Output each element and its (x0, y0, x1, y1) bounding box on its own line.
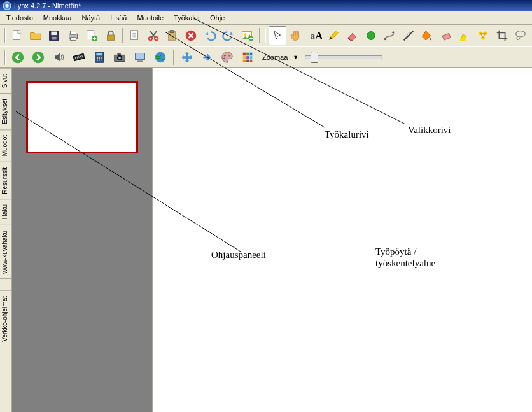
menu-muotoile[interactable]: Muotoile (132, 13, 169, 23)
svg-point-1 (5, 4, 8, 7)
move-button[interactable] (177, 48, 196, 67)
main-area: Sivut Esitykset Muodot Resurssit Haku ww… (0, 68, 532, 412)
svg-rect-58 (246, 56, 249, 59)
zoom-minus: ▼ (293, 54, 298, 60)
svg-point-36 (97, 57, 98, 59)
palette-button[interactable] (218, 48, 237, 67)
control-panel (12, 68, 153, 412)
label-tyokalurivi: Työkalurivi (325, 129, 369, 140)
connector-button[interactable] (381, 26, 398, 45)
svg-rect-47 (138, 60, 142, 61)
tab-esitykset[interactable]: Esitykset (0, 93, 11, 129)
zoom-thumb[interactable] (311, 52, 318, 63)
highlight-button[interactable] (456, 26, 473, 45)
toolbar-grip (4, 28, 5, 43)
svg-point-38 (101, 57, 102, 59)
ruler-button[interactable] (69, 48, 88, 67)
app-icon (3, 1, 11, 10)
open-folder-button[interactable] (27, 26, 44, 45)
arrow-button[interactable] (197, 48, 216, 67)
svg-rect-8 (70, 38, 76, 41)
menu-tiedosto[interactable]: Tiedosto (1, 13, 38, 23)
toolbar-1: aA (0, 25, 532, 46)
tab-haku[interactable]: Haku (0, 199, 11, 224)
svg-rect-2 (13, 31, 20, 40)
label-tyopoyda2: työskentelyalue (375, 258, 435, 269)
window-title: Lynx 4.2.7 - Nimetön* (14, 2, 81, 10)
document-button[interactable] (126, 26, 143, 45)
menu-lisaa[interactable]: Lisää (105, 13, 132, 23)
svg-rect-4 (52, 32, 57, 36)
calculator-button[interactable] (90, 48, 109, 67)
redo-button[interactable] (220, 26, 237, 45)
svg-rect-16 (170, 31, 174, 33)
separator (122, 28, 123, 43)
svg-point-23 (367, 32, 375, 40)
workspace[interactable] (153, 68, 532, 412)
line-button[interactable] (400, 26, 417, 45)
menu-tyokalut[interactable]: Työkalut (169, 13, 205, 23)
menu-nayta[interactable]: Näytä (76, 13, 105, 23)
separator (173, 50, 174, 65)
svg-text:A: A (315, 29, 322, 42)
tab-muodot[interactable]: Muodot (0, 129, 11, 161)
svg-point-39 (97, 59, 98, 60)
svg-point-50 (224, 55, 226, 57)
menu-muokkaa[interactable]: Muokkaa (38, 13, 77, 23)
audio-button[interactable] (49, 48, 68, 67)
insert-image-button[interactable] (239, 26, 256, 45)
svg-rect-62 (250, 60, 253, 62)
crop-button[interactable] (493, 26, 510, 45)
globe-button[interactable] (151, 48, 170, 67)
svg-rect-60 (243, 60, 246, 62)
svg-point-37 (99, 57, 100, 59)
cut-button[interactable] (145, 26, 162, 45)
clear-button[interactable] (437, 26, 454, 45)
screen-button[interactable] (130, 48, 150, 67)
svg-rect-11 (107, 35, 114, 40)
separator (259, 28, 260, 43)
menu-ohje[interactable]: Ohje (205, 13, 230, 23)
grid-button[interactable] (238, 48, 257, 67)
fill-button[interactable] (418, 26, 435, 45)
svg-rect-61 (246, 60, 249, 62)
group-button[interactable] (475, 26, 492, 45)
save-button[interactable] (46, 26, 63, 45)
tab-wwwkuvahaku[interactable]: www-kuvahaku (0, 225, 11, 279)
svg-rect-57 (243, 56, 246, 59)
zoom-slider[interactable] (305, 55, 382, 59)
title-bar: Lynx 4.2.7 - Nimetön* (0, 0, 532, 11)
nav-forward-button[interactable] (29, 48, 48, 67)
svg-point-45 (118, 57, 121, 59)
label-ohjauspaneeli: Ohjauspaneeli (211, 250, 266, 260)
svg-point-24 (384, 38, 387, 41)
svg-point-52 (228, 55, 230, 57)
shape-button[interactable] (362, 26, 379, 45)
toolbar-2: Zoomaa ▼ (0, 46, 532, 68)
hand-button[interactable] (288, 26, 305, 45)
svg-rect-26 (460, 39, 466, 41)
tab-sivut[interactable]: Sivut (0, 68, 11, 93)
page-thumbnail[interactable] (26, 81, 138, 153)
eraser-button[interactable] (344, 26, 361, 45)
svg-rect-7 (70, 31, 76, 35)
paste-button[interactable] (164, 26, 181, 45)
undo-button[interactable] (201, 26, 218, 45)
select-button[interactable] (269, 26, 286, 45)
nav-back-button[interactable] (8, 48, 27, 67)
svg-point-40 (99, 59, 100, 60)
lasso-button[interactable] (512, 26, 529, 45)
new-file-button[interactable] (8, 26, 25, 45)
svg-rect-48 (137, 61, 143, 62)
add-page-button[interactable] (83, 26, 101, 45)
text-button[interactable]: aA (306, 26, 323, 45)
pen-button[interactable] (325, 26, 342, 45)
camera-button[interactable] (110, 48, 129, 67)
delete-button[interactable] (183, 26, 200, 45)
tab-verkkoohjelmat[interactable]: Verkko-ohjelmat (0, 290, 11, 347)
lock-button[interactable] (102, 26, 119, 45)
tab-resurssit[interactable]: Resurssit (0, 162, 11, 199)
svg-point-49 (155, 52, 166, 63)
svg-rect-25 (442, 33, 451, 40)
print-button[interactable] (64, 26, 81, 45)
